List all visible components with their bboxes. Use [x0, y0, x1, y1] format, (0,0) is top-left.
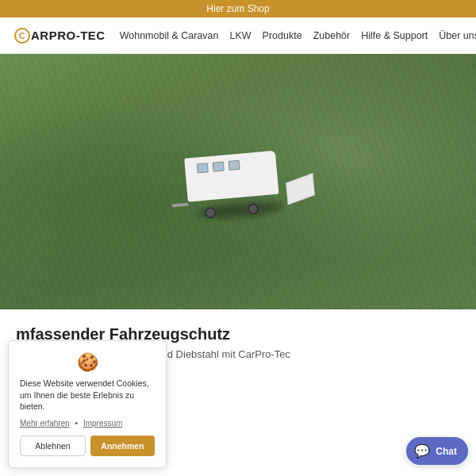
caravan-illustration: [184, 149, 292, 213]
nav-item-hilfe[interactable]: Hilfe & Support: [361, 30, 428, 41]
cookie-banner: 🍪 Diese Website verwendet Cookies, um Ih…: [8, 340, 167, 468]
cookie-decline-button[interactable]: Ablehnen: [20, 436, 86, 456]
chat-label: Chat: [436, 446, 457, 457]
chat-button[interactable]: 💬 Chat: [406, 437, 468, 465]
nav-item-lkw[interactable]: LKW: [230, 30, 251, 41]
nav-item-uberuns[interactable]: Über uns: [439, 30, 476, 41]
banner-text: Hier zum Shop: [206, 3, 269, 14]
caravan-wheel-left: [205, 207, 217, 219]
nav-item-produkte[interactable]: Produkte: [263, 30, 302, 41]
caravan-wheel-right: [247, 203, 259, 215]
caravan-window-2: [213, 161, 225, 171]
cookie-buttons: Ablehnen Annehmen: [20, 436, 155, 456]
cookie-icon: 🍪: [20, 352, 155, 373]
logo[interactable]: C ARPRO-TEC: [14, 28, 106, 44]
header: C ARPRO-TEC Wohnmobil & Caravan LKW Prod…: [0, 17, 476, 54]
nav-item-wohnmobil[interactable]: Wohnmobil & Caravan: [120, 30, 219, 41]
nav-item-zubehor[interactable]: Zubehör: [313, 30, 351, 41]
logo-text: ARPRO-TEC: [31, 29, 106, 42]
caravan-window-3: [228, 160, 240, 171]
cookie-more-link[interactable]: Mehr erfahren: [20, 419, 70, 428]
caravan-windows: [197, 160, 240, 174]
main-nav: Wohnmobil & Caravan LKW Produkte Zubehör…: [120, 30, 476, 41]
cookie-imprint-link[interactable]: Impressum: [83, 419, 122, 428]
chat-bubble-icon: 💬: [414, 443, 430, 459]
hero-image: [0, 54, 476, 309]
caravan-window-1: [197, 163, 209, 173]
logo-c-icon: C: [14, 28, 30, 44]
top-banner[interactable]: Hier zum Shop: [0, 0, 476, 17]
cookie-accept-button[interactable]: Annehmen: [90, 436, 155, 456]
cookie-separator: •: [75, 419, 79, 428]
cookie-text: Diese Website verwendet Cookies, um Ihne…: [20, 378, 155, 413]
cookie-links: Mehr erfahren • Impressum: [20, 419, 155, 428]
caravan-body: [184, 151, 278, 202]
